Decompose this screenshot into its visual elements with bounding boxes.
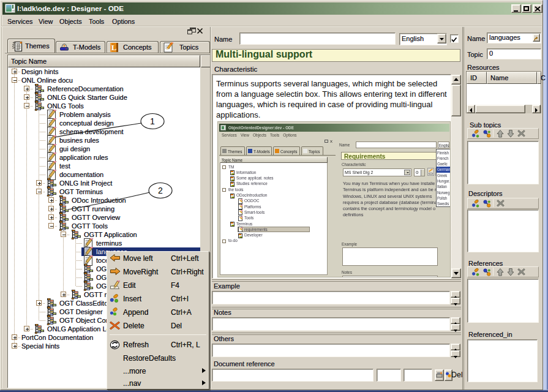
svg-text:2: 2 xyxy=(158,186,163,195)
svg-text:1: 1 xyxy=(150,116,155,126)
svg-text:L: L xyxy=(111,43,117,52)
